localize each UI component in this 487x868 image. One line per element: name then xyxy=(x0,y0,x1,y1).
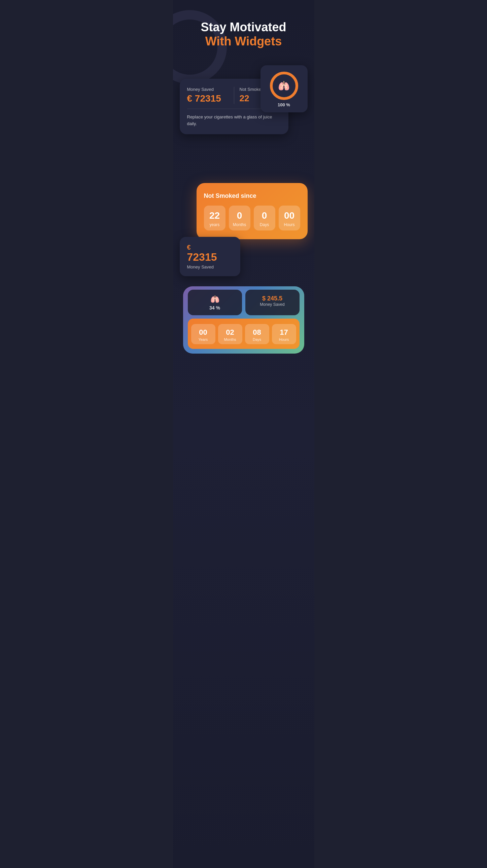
phone-money-value: $ 245.5 xyxy=(249,295,296,302)
not-smoked-widget: Not Smoked since 22 years 0 Months 0 Day… xyxy=(196,183,308,239)
phone-frame: 🫁 34 % $ 245.5 Money Saved 00 xyxy=(183,286,304,353)
phone-days-number: 08 xyxy=(246,328,268,337)
phone-years-label: Years xyxy=(192,337,214,341)
phone-days-label: Days xyxy=(246,337,268,341)
phone-years-number: 00 xyxy=(192,328,214,337)
phone-hours-box: 17 Hours xyxy=(272,324,296,344)
phone-days-box: 08 Days xyxy=(245,324,269,344)
money-small-widget: € 72315 Money Saved xyxy=(180,237,240,276)
phone-lung-widget: 🫁 34 % xyxy=(188,290,242,315)
money-saved-value: € 72315 xyxy=(187,93,229,104)
phone-top-widgets: 🫁 34 % $ 245.5 Money Saved xyxy=(188,290,300,315)
lung-percent-label: 100 % xyxy=(278,102,290,107)
time-boxes: 22 years 0 Months 0 Days 00 Hours xyxy=(204,206,300,230)
phone-months-number: 02 xyxy=(219,328,241,337)
phone-widgets-overlay: 🫁 34 % $ 245.5 Money Saved 00 xyxy=(183,286,304,353)
lung-circle-widget: 🫁 100 % xyxy=(261,65,308,112)
phone-time-boxes: 00 Years 02 Months 08 Days xyxy=(191,324,296,344)
money-amount: 72315 xyxy=(187,251,233,263)
years-box: 22 years xyxy=(204,206,225,230)
header-title-line1: Stay Motivated xyxy=(180,20,308,34)
euro-symbol: € xyxy=(187,244,233,251)
phone-money-widget: $ 245.5 Money Saved xyxy=(245,290,300,315)
phone-lung-percent: 34 % xyxy=(192,305,238,311)
section3-phone: 🫁 34 % $ 245.5 Money Saved 00 xyxy=(180,286,308,353)
section1: Money Saved € 72315 Not Smoked s... 22 R… xyxy=(180,65,308,166)
months-box: 0 Months xyxy=(229,206,250,230)
header: Stay Motivated With Widgets xyxy=(180,20,308,49)
hours-label: Hours xyxy=(281,222,298,227)
money-saved-label: Money Saved xyxy=(187,87,229,92)
months-label: Months xyxy=(231,222,248,227)
phone-years-box: 00 Years xyxy=(191,324,215,344)
section2: Not Smoked since 22 years 0 Months 0 Day… xyxy=(180,183,308,239)
money-label: Money Saved xyxy=(187,265,233,270)
not-smoked-title: Not Smoked since xyxy=(204,192,300,199)
months-number: 0 xyxy=(231,210,248,221)
card-tip: Replace your cigarettes with a glass of … xyxy=(187,114,281,127)
days-number: 0 xyxy=(256,210,273,221)
phone-money-label: Money Saved xyxy=(249,302,296,307)
years-number: 22 xyxy=(206,210,223,221)
days-label: Days xyxy=(256,222,273,227)
lung-circle-container: 🫁 xyxy=(269,71,299,101)
phone-time-widget: 00 Years 02 Months 08 Days xyxy=(188,319,300,349)
card-divider xyxy=(234,87,234,104)
phone-lung-icon: 🫁 xyxy=(192,295,238,304)
hours-box: 00 Hours xyxy=(279,206,300,230)
phone-hours-number: 17 xyxy=(273,328,295,337)
lung-icon: 🫁 xyxy=(278,80,290,91)
phone-hours-label: Hours xyxy=(273,337,295,341)
phone-months-label: Months xyxy=(219,337,241,341)
phone-months-box: 02 Months xyxy=(218,324,242,344)
phone-wallpaper: 🫁 34 % $ 245.5 Money Saved 00 xyxy=(183,286,304,353)
page-wrapper: Stay Motivated With Widgets Money Saved … xyxy=(173,0,314,868)
money-col: Money Saved € 72315 xyxy=(187,87,229,104)
header-title-line2: With Widgets xyxy=(180,34,308,49)
years-label: years xyxy=(206,222,223,227)
days-box: 0 Days xyxy=(254,206,275,230)
hours-number: 00 xyxy=(281,210,298,221)
